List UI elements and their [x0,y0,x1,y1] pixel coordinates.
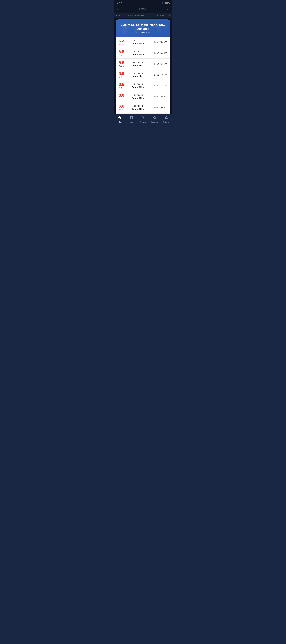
modal-body: 6.3 USGS Lat:27.42°S Depth: 10km Lon:175… [116,37,170,113]
mag-value-1: 6.5 [119,50,127,54]
lat-5: Lat:27.60°S [132,94,153,96]
nav-item-map[interactable]: Map [126,116,137,123]
lat-3: Lat:27.64°S [132,72,153,74]
nav-item-search[interactable]: Search [137,116,149,123]
data-row-4: 6.5 INGV Lat:27.68°S Depth: 10km Lon:175… [116,80,170,91]
nav-label-map: Map [130,121,133,123]
lon-0: Lon:175.68°W [153,41,167,44]
data-row-5: 6.6 CEIC Lat:27.60°S Depth: 20km Lon:175… [116,91,170,102]
mag-source-0: USGS [119,44,127,46]
settings-icon [164,116,168,120]
lon-1: Lon:175.68°W [153,52,167,54]
data-row-0: 6.3 USGS Lat:27.42°S Depth: 10km Lon:175… [116,37,170,48]
depth-1: Depth: 10km [132,53,153,56]
data-row-2: 6.5 EMSC Lat:27.64°S Depth: 2km Lon:175.… [116,58,170,70]
depth-4: Depth: 10km [132,86,153,88]
bottom-nav: Latest Map Search [114,114,172,126]
lon-4: Lon:175.15°W [153,84,167,87]
coords-0: Lat:27.42°S Depth: 10km [132,40,153,45]
search-icon [141,116,145,120]
coords-3: Lat:27.64°S Depth: 0km [132,72,153,78]
coords-6: Lat:27.50°S Depth: 20km [132,105,153,110]
nav-item-latest[interactable]: Latest [114,116,126,123]
lon-5: Lon:175.50°W [153,96,167,98]
coords-1: Lat:27.57°S Depth: 10km [132,50,153,56]
lon-2: Lon:175.14°W [153,63,167,65]
mag-source-5: CEIC [119,98,127,100]
nav-item-favorites[interactable]: Favorites [149,116,160,123]
coords-5: Lat:27.60°S Depth: 20km [132,94,153,99]
modal-overlay[interactable]: 298km NE of Raoul Island, New Zealand 10… [114,0,172,126]
mag-value-3: 5.9 [119,72,127,76]
lat-1: Lat:27.57°S [132,50,153,53]
lat-4: Lat:27.68°S [132,83,153,86]
depth-6: Depth: 20km [132,108,153,110]
depth-3: Depth: 0km [132,75,153,78]
mag-value-0: 6.3 [119,39,127,43]
lat-6: Lat:27.50°S [132,105,153,107]
star-icon [153,116,157,120]
mag-value-4: 6.5 [119,82,127,86]
nav-label-favorites: Favorites [151,121,158,123]
lat-2: Lat:27.64°S [132,61,153,64]
mag-value-6: 6.6 [119,104,127,108]
lon-3: Lon:175.06°W [153,74,167,76]
depth-2: Depth: 2km [132,64,153,67]
data-row-6: 6.6 INGV Lat:27.50°S Depth: 20km Lon:175… [116,102,170,113]
mag-value-2: 6.5 [119,61,127,65]
coords-2: Lat:27.64°S Depth: 2km [132,61,153,67]
mag-value-5: 6.6 [119,93,127,98]
lat-0: Lat:27.42°S [132,40,153,42]
modal-time: 10 hour ago 18:01 [135,32,151,34]
modal-header: 298km NE of Raoul Island, New Zealand 10… [116,20,170,37]
map-icon [129,116,133,120]
nav-label-latest: Latest [118,121,122,123]
mag-source-4: INGV [119,87,127,89]
coords-4: Lat:27.68°S Depth: 10km [132,83,153,88]
phone-wrapper: 4:12 ↻ Latest [114,0,172,126]
nav-item-settings[interactable]: Settings [160,116,172,123]
lon-6: Lon:175.60°W [153,106,167,109]
modal-title: 298km NE of Raoul Island, New Zealand [119,23,167,31]
nav-label-settings: Settings [163,121,169,123]
nav-label-search: Search [140,121,146,123]
data-row-1: 6.5 GFZ Lat:27.57°S Depth: 10km Lon:175.… [116,48,170,58]
mag-source-1: GFZ [119,54,127,56]
data-row-3: 5.9 AUS Lat:27.64°S Depth: 0km Lon:175.0… [116,70,170,80]
home-icon [118,116,122,120]
mag-source-3: AUS [119,76,127,78]
mag-source-6: INGV [119,109,127,111]
depth-5: Depth: 20km [132,97,153,99]
depth-0: Depth: 10km [132,42,153,45]
mag-source-2: EMSC [119,65,127,67]
earthquake-detail-modal: 298km NE of Raoul Island, New Zealand 10… [116,20,170,122]
